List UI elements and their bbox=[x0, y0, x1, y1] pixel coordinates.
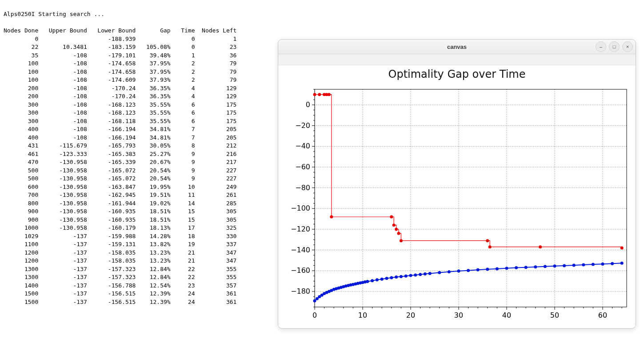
svg-point-149 bbox=[371, 279, 374, 282]
terminal-output: Alps0250I Starting search ... Nodes Done… bbox=[4, 10, 236, 306]
svg-text:30: 30 bbox=[454, 311, 463, 319]
window-toolbar bbox=[278, 54, 636, 65]
svg-text:−180: −180 bbox=[291, 287, 310, 295]
svg-point-115 bbox=[328, 93, 331, 96]
svg-point-157 bbox=[409, 274, 412, 277]
svg-text:20: 20 bbox=[406, 311, 415, 319]
svg-point-112 bbox=[318, 93, 321, 96]
svg-text:−80: −80 bbox=[295, 183, 310, 192]
chart-svg: 01020304050600−20−40−60−80−100−120−140−1… bbox=[278, 65, 636, 328]
svg-point-171 bbox=[524, 266, 528, 269]
window-maximize-icon[interactable]: □ bbox=[609, 41, 620, 52]
svg-point-151 bbox=[380, 278, 384, 281]
svg-text:10: 10 bbox=[358, 311, 367, 319]
svg-point-111 bbox=[313, 93, 316, 96]
svg-point-175 bbox=[563, 264, 566, 267]
svg-point-170 bbox=[515, 266, 518, 269]
svg-point-177 bbox=[582, 263, 585, 267]
svg-point-165 bbox=[467, 269, 470, 272]
svg-point-166 bbox=[476, 268, 480, 271]
svg-point-161 bbox=[428, 272, 432, 275]
svg-point-152 bbox=[385, 277, 388, 280]
svg-point-172 bbox=[534, 265, 537, 268]
svg-point-155 bbox=[400, 275, 403, 278]
svg-point-164 bbox=[457, 270, 460, 273]
svg-point-173 bbox=[544, 265, 547, 268]
svg-point-158 bbox=[414, 273, 417, 276]
svg-point-121 bbox=[400, 239, 403, 242]
svg-point-168 bbox=[496, 267, 499, 270]
svg-point-159 bbox=[419, 273, 422, 276]
svg-point-178 bbox=[592, 263, 595, 266]
svg-point-117 bbox=[390, 215, 393, 219]
svg-text:0: 0 bbox=[306, 100, 310, 109]
canvas-window: canvas – □ × Optimality Gap over Time 01… bbox=[278, 39, 636, 329]
svg-point-167 bbox=[486, 268, 489, 271]
svg-point-181 bbox=[620, 262, 624, 265]
svg-point-163 bbox=[448, 270, 451, 273]
svg-point-179 bbox=[601, 263, 604, 266]
svg-point-123 bbox=[488, 245, 492, 248]
svg-text:0: 0 bbox=[312, 311, 317, 319]
window-close-icon[interactable]: × bbox=[622, 41, 633, 52]
svg-point-127 bbox=[316, 297, 319, 300]
svg-text:60: 60 bbox=[598, 311, 607, 319]
svg-point-169 bbox=[505, 267, 508, 270]
svg-point-119 bbox=[395, 228, 398, 231]
svg-point-153 bbox=[390, 276, 393, 279]
svg-text:−140: −140 bbox=[291, 246, 310, 254]
svg-point-160 bbox=[424, 272, 427, 275]
svg-rect-0 bbox=[315, 89, 627, 307]
svg-point-148 bbox=[366, 280, 369, 283]
window-minimize-icon[interactable]: – bbox=[596, 41, 606, 52]
svg-text:50: 50 bbox=[550, 311, 559, 319]
svg-point-176 bbox=[572, 263, 576, 267]
svg-point-120 bbox=[397, 232, 400, 235]
svg-text:−120: −120 bbox=[291, 225, 310, 233]
svg-text:−160: −160 bbox=[291, 266, 310, 275]
svg-point-122 bbox=[486, 239, 489, 242]
plot-area: Optimality Gap over Time 01020304050600−… bbox=[278, 65, 636, 328]
svg-text:−100: −100 bbox=[291, 204, 310, 212]
svg-point-150 bbox=[376, 278, 379, 281]
window-titlebar[interactable]: canvas – □ × bbox=[278, 40, 636, 54]
svg-point-174 bbox=[553, 264, 556, 267]
svg-point-118 bbox=[392, 223, 396, 227]
svg-text:40: 40 bbox=[502, 311, 511, 319]
svg-text:−40: −40 bbox=[295, 142, 310, 150]
svg-text:−20: −20 bbox=[295, 121, 310, 130]
svg-text:−60: −60 bbox=[295, 163, 310, 171]
svg-point-154 bbox=[395, 275, 398, 279]
svg-point-124 bbox=[539, 245, 542, 248]
svg-point-126 bbox=[313, 299, 316, 303]
window-title: canvas bbox=[278, 44, 636, 50]
svg-point-156 bbox=[404, 275, 408, 278]
svg-point-180 bbox=[611, 262, 614, 265]
svg-point-116 bbox=[330, 215, 333, 219]
svg-point-162 bbox=[438, 271, 441, 274]
svg-point-125 bbox=[620, 247, 624, 250]
